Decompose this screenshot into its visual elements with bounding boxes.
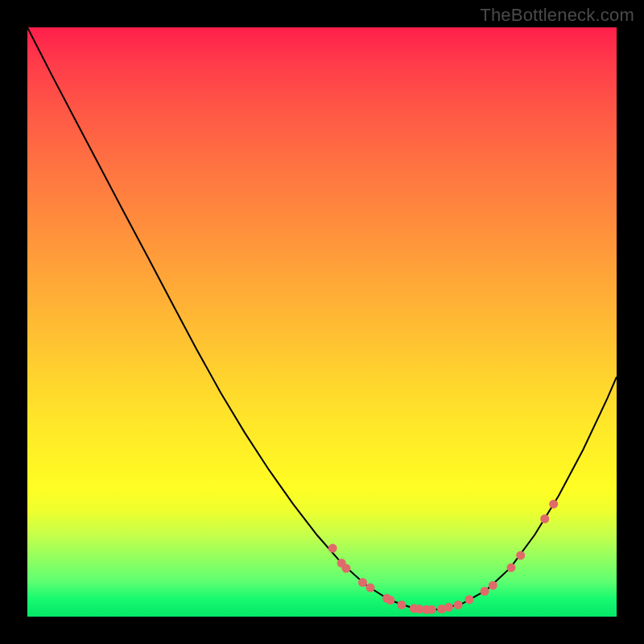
curve-marker [342, 564, 351, 573]
curve-marker [366, 584, 375, 592]
curve-marker [397, 601, 406, 609]
curve-marker [358, 578, 367, 587]
chart-frame: TheBottleneck.com [0, 0, 644, 644]
curve-marker [386, 596, 394, 605]
curve-marker [454, 601, 463, 609]
chart-svg [27, 27, 617, 617]
watermark-text: TheBottleneck.com [480, 5, 634, 26]
curve-marker [540, 514, 549, 523]
curve-marker [489, 581, 497, 590]
curve-marker [444, 603, 453, 612]
bottleneck-curve [27, 27, 617, 609]
curve-marker [507, 564, 516, 572]
curve-marker [516, 551, 525, 559]
plot-area [27, 27, 617, 617]
curve-marker [427, 605, 436, 614]
curve-marker [465, 595, 474, 604]
curve-marker [549, 500, 558, 509]
curve-marker [328, 544, 337, 553]
curve-marker [481, 587, 489, 596]
curve-markers [328, 500, 559, 614]
